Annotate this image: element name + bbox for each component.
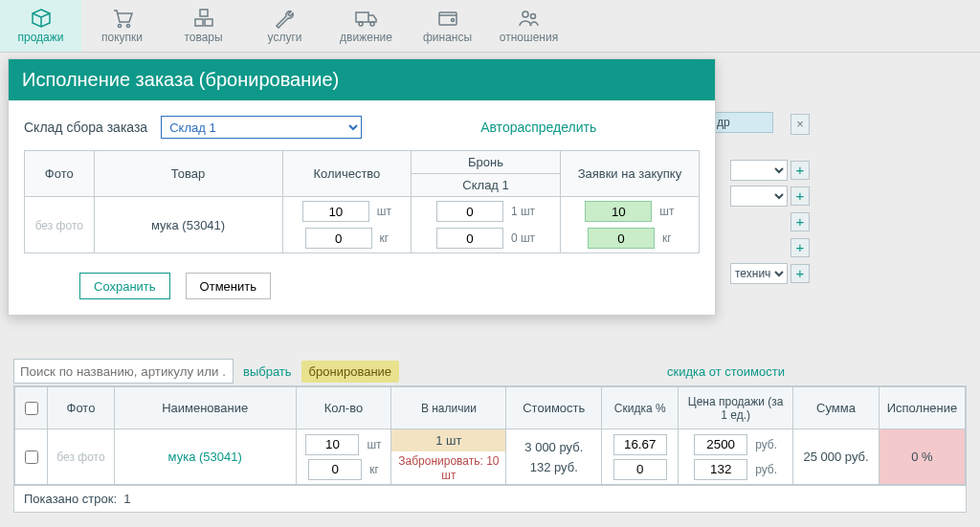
discount-link[interactable]: скидка от стоимости bbox=[667, 364, 785, 379]
reservation-modal: Исполнение заказа (бронирование) Склад с… bbox=[8, 58, 716, 316]
modal-no-photo: без фото bbox=[35, 219, 83, 232]
svg-point-1 bbox=[126, 24, 129, 27]
m-qty-pcs[interactable] bbox=[302, 201, 369, 222]
nav-sales[interactable]: продажи bbox=[0, 0, 81, 52]
mcol-reserve-sub: Склад 1 bbox=[412, 174, 561, 197]
nav-label: финансы bbox=[423, 31, 472, 44]
modal-title: Исполнение заказа (бронирование) bbox=[9, 59, 715, 100]
nav-relations[interactable]: отношения bbox=[488, 0, 569, 52]
price-kg-input[interactable] bbox=[694, 459, 747, 480]
save-button[interactable]: Сохранить bbox=[79, 273, 170, 299]
row-checkbox[interactable] bbox=[25, 450, 38, 464]
nav-label: покупки bbox=[101, 31, 143, 44]
add-row-5[interactable]: + bbox=[791, 264, 810, 283]
m-qty-kg[interactable] bbox=[305, 228, 372, 249]
mcol-qty: Количество bbox=[282, 151, 412, 197]
col-name: Наименование bbox=[114, 387, 296, 429]
qty-pcs-input[interactable] bbox=[305, 434, 359, 455]
stock-available: 1 шт bbox=[391, 429, 505, 451]
grid-footer: Показано строк: 1 bbox=[14, 485, 966, 512]
nav-label: продажи bbox=[18, 31, 64, 44]
nav-label: движение bbox=[340, 31, 392, 44]
nav-purchases[interactable]: покупки bbox=[81, 0, 163, 52]
col-sum: Сумма bbox=[793, 387, 880, 429]
add-row-4[interactable]: + bbox=[791, 238, 810, 257]
top-nav: продажи покупки товары услуги движение ф… bbox=[0, 0, 980, 53]
store-label: Склад сбора заказа bbox=[24, 120, 147, 135]
add-row-3[interactable]: + bbox=[791, 212, 810, 231]
price-pcs-input[interactable] bbox=[694, 434, 747, 455]
side-select-5[interactable]: техниче bbox=[730, 263, 788, 284]
select-all-checkbox[interactable] bbox=[25, 402, 38, 415]
svg-point-10 bbox=[523, 11, 528, 17]
col-photo: Фото bbox=[48, 387, 115, 429]
mcol-reserve: Бронь bbox=[412, 151, 561, 174]
table-row: без фото мука (53041) шт кг 1 шт Заброни… bbox=[15, 429, 966, 485]
svg-point-6 bbox=[359, 22, 363, 26]
items-toolbar: выбрать бронирование скидка от стоимости bbox=[13, 359, 967, 384]
col-stock: В наличии bbox=[391, 387, 506, 429]
mcol-item: Товар bbox=[94, 151, 282, 197]
reserve-badge[interactable]: бронирование bbox=[301, 361, 399, 383]
cost-kg: 132 руб. bbox=[512, 460, 595, 474]
cube-icon bbox=[30, 8, 53, 29]
mcol-request: Заявки на закупку bbox=[560, 151, 699, 197]
svg-point-7 bbox=[370, 22, 374, 26]
item-name-link[interactable]: мука (53041) bbox=[168, 450, 242, 464]
m-reserve-pcs[interactable] bbox=[436, 201, 503, 222]
people-icon bbox=[518, 8, 541, 29]
svg-point-0 bbox=[118, 24, 121, 27]
nav-label: отношения bbox=[500, 31, 558, 44]
row-exec: 0 % bbox=[879, 429, 965, 485]
modal-row: без фото мука (53041) шт кг 1 шт 0 шт шт bbox=[25, 197, 700, 253]
svg-point-11 bbox=[530, 13, 535, 18]
search-input[interactable] bbox=[13, 359, 234, 384]
add-row-2[interactable]: + bbox=[791, 187, 810, 206]
nav-finance[interactable]: финансы bbox=[407, 0, 488, 52]
order-items-grid: Фото Наименование Кол-во В наличии Стоим… bbox=[13, 385, 967, 513]
select-link[interactable]: выбрать bbox=[243, 364, 292, 379]
store-select[interactable]: Склад 1 bbox=[161, 116, 362, 139]
m-request-kg[interactable] bbox=[588, 228, 655, 249]
svg-rect-2 bbox=[200, 10, 208, 16]
reserve-link[interactable]: Забронировать: 10 шт bbox=[398, 454, 499, 482]
cart-icon bbox=[111, 8, 134, 29]
nav-movement[interactable]: движение bbox=[325, 0, 407, 52]
svg-rect-3 bbox=[195, 19, 203, 26]
col-price: Цена продажи (за 1 ед.) bbox=[679, 387, 793, 429]
side-select-1[interactable] bbox=[730, 160, 788, 181]
m-reserve-kg[interactable] bbox=[436, 228, 503, 249]
col-qty: Кол-во bbox=[296, 387, 391, 429]
svg-point-9 bbox=[451, 18, 454, 21]
modal-item-name: мука (53041) bbox=[94, 197, 282, 253]
qty-kg-input[interactable] bbox=[308, 459, 362, 480]
pill-close[interactable]: × bbox=[791, 114, 810, 135]
nav-label: товары bbox=[184, 31, 222, 44]
svg-rect-5 bbox=[356, 12, 368, 22]
col-exec: Исполнение bbox=[879, 387, 965, 429]
wrench-icon bbox=[274, 8, 297, 29]
svg-rect-4 bbox=[205, 19, 212, 26]
col-discount: Скидка % bbox=[602, 387, 679, 429]
truck-icon bbox=[354, 8, 379, 29]
nav-label: услуги bbox=[268, 31, 302, 44]
discount-kg-input[interactable] bbox=[613, 459, 667, 480]
col-cost: Стоимость bbox=[506, 387, 602, 429]
row-sum: 25 000 руб. bbox=[793, 429, 880, 485]
no-photo-label: без фото bbox=[56, 450, 104, 464]
cancel-button[interactable]: Отменить bbox=[186, 273, 271, 299]
boxes-icon bbox=[192, 8, 215, 29]
side-select-2[interactable] bbox=[730, 186, 788, 207]
nav-services[interactable]: услуги bbox=[244, 0, 325, 52]
m-request-pcs[interactable] bbox=[585, 201, 652, 222]
cost-pcs: 3 000 руб. bbox=[512, 440, 595, 454]
auto-distribute-link[interactable]: Автораспределить bbox=[480, 120, 596, 135]
mcol-photo: Фото bbox=[25, 151, 95, 197]
wallet-icon bbox=[436, 8, 459, 29]
add-row-1[interactable]: + bbox=[791, 161, 810, 180]
discount-pcs-input[interactable] bbox=[613, 434, 667, 455]
reservation-grid: Фото Товар Количество Бронь Заявки на за… bbox=[24, 150, 700, 253]
nav-goods[interactable]: товары bbox=[163, 0, 244, 52]
